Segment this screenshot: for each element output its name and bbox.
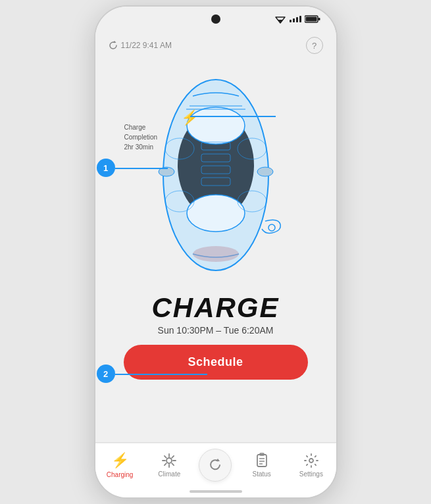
annotation-1-line [115,168,168,169]
svg-line-32 [165,463,166,465]
car-image [130,63,301,287]
phone-frame: 11/22 9:41 AM ? 1 ChargeCompletion2hr 30… [94,5,338,499]
charge-schedule-time: Sun 10:30PM – Tue 6:20AM [158,325,274,336]
app-header: 11/22 9:41 AM ? [95,32,336,57]
car-section: 1 ChargeCompletion2hr 30min ⚡ [95,57,336,442]
refresh-time: 11/22 9:41 AM [109,41,172,50]
app-screen: 11/22 9:41 AM ? 1 ChargeCompletion2hr 30… [95,32,336,486]
svg-point-9 [187,195,245,232]
status-icon [254,453,270,468]
lightning-icon: ⚡ [181,109,199,126]
svg-point-39 [309,459,313,463]
svg-line-31 [172,456,174,458]
signal-icon [290,16,301,22]
help-icon: ? [312,41,317,51]
home-bar [190,490,242,493]
battery-icon [305,15,320,23]
camera [211,14,220,24]
nav-item-settings[interactable]: Settings [292,453,331,478]
annotation-2-line [115,374,207,375]
settings-label: Settings [299,470,323,478]
annotation-2-bubble: 2 [97,365,115,383]
charge-title: CHARGE [151,292,279,324]
sync-icon [208,458,222,472]
refresh-icon [109,41,118,50]
svg-rect-34 [257,455,266,466]
bottom-nav: ⚡ Charging Climate [95,443,336,486]
svg-line-29 [165,456,166,458]
car-svg [130,63,301,287]
svg-point-13 [257,167,273,176]
home-indicator [95,486,336,497]
charge-indicator-line [190,116,276,117]
nav-center-sync-button[interactable] [199,449,232,482]
svg-line-30 [172,463,174,465]
settings-icon [303,453,319,468]
svg-point-24 [166,458,172,463]
climate-label: Climate [158,470,180,478]
timestamp-label: 11/22 9:41 AM [121,41,172,50]
status-label: Status [252,470,270,478]
nav-item-climate[interactable]: Climate [149,453,189,478]
charge-completion-label: ChargeCompletion2hr 30min [124,122,158,152]
charging-icon: ⚡ [111,452,129,469]
nav-item-status[interactable]: Status [242,453,282,478]
climate-icon [161,453,177,468]
annotation-1-bubble: 1 [97,159,115,177]
svg-point-18 [268,224,275,231]
status-icons [274,15,320,24]
help-button[interactable]: ? [306,37,323,54]
svg-rect-3 [305,17,317,22]
svg-rect-4 [318,18,320,20]
charging-label: Charging [107,471,134,478]
status-bar [95,7,336,32]
wifi-icon [274,15,286,24]
svg-point-23 [193,246,239,262]
nav-item-charging[interactable]: ⚡ Charging [100,452,139,478]
